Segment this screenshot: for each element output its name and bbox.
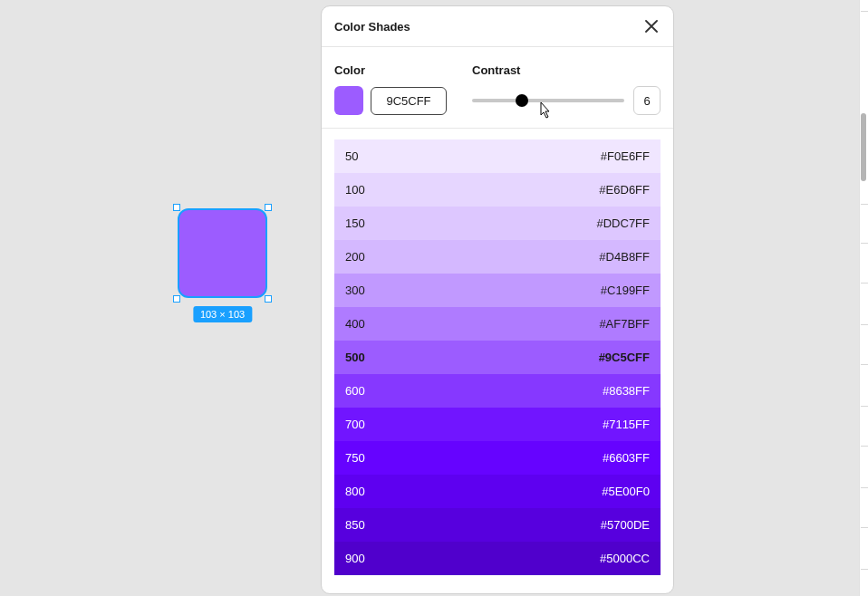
shade-level: 600 — [345, 384, 365, 398]
shade-row-150[interactable]: 150#DDC7FF — [334, 207, 661, 240]
color-swatch[interactable] — [334, 86, 363, 115]
shade-row-600[interactable]: 600#8638FF — [334, 374, 661, 408]
shade-row-200[interactable]: 200#D4B8FF — [334, 240, 661, 274]
rail-tick — [861, 364, 868, 365]
shade-level: 750 — [345, 451, 365, 465]
contrast-slider-thumb[interactable] — [516, 94, 528, 107]
close-icon — [645, 20, 658, 33]
shade-hex: #DDC7FF — [596, 216, 650, 230]
rail-tick — [861, 324, 868, 325]
shade-hex: #6603FF — [603, 451, 650, 465]
resize-handle-tr[interactable] — [265, 204, 272, 211]
contrast-label: Contrast — [472, 63, 661, 77]
color-shades-panel: Color Shades Color Contrast 6 50#F0E6FF1… — [321, 5, 674, 594]
shade-level: 50 — [345, 149, 358, 163]
hex-input[interactable] — [371, 87, 447, 115]
rail-tick — [861, 406, 868, 407]
shade-hex: #5E00F0 — [602, 485, 650, 498]
shade-level: 100 — [345, 183, 365, 197]
color-label: Color — [334, 63, 447, 77]
shade-row-300[interactable]: 300#C199FF — [334, 274, 661, 307]
dimension-badge: 103 × 103 — [193, 306, 252, 322]
rail-tick — [861, 527, 868, 528]
shade-level: 900 — [345, 552, 365, 565]
shade-hex: #5000CC — [600, 552, 650, 565]
panel-title: Color Shades — [334, 20, 410, 34]
shade-level: 300 — [345, 284, 365, 297]
contrast-slider[interactable] — [472, 99, 624, 102]
shade-row-100[interactable]: 100#E6D6FF — [334, 173, 661, 207]
resize-handle-tl[interactable] — [173, 204, 180, 211]
shade-row-50[interactable]: 50#F0E6FF — [334, 139, 661, 173]
rail-tick — [861, 446, 868, 447]
shade-row-700[interactable]: 700#7115FF — [334, 408, 661, 441]
shade-level: 800 — [345, 485, 365, 498]
shade-hex: #F0E6FF — [601, 149, 650, 163]
rail-tick — [861, 283, 868, 284]
contrast-row: 6 — [472, 86, 661, 115]
shade-row-750[interactable]: 750#6603FF — [334, 441, 661, 475]
scrollbar-thumb[interactable] — [861, 113, 866, 181]
rail-tick — [861, 569, 868, 570]
resize-handle-bl[interactable] — [173, 295, 180, 303]
shade-row-850[interactable]: 850#5700DE — [334, 508, 661, 542]
color-row — [334, 86, 447, 115]
shade-hex: #E6D6FF — [599, 183, 650, 197]
shade-row-800[interactable]: 800#5E00F0 — [334, 475, 661, 508]
color-control-group: Color — [334, 63, 447, 115]
shade-hex: #AF7BFF — [599, 317, 650, 331]
shade-level: 400 — [345, 317, 365, 331]
selected-shape[interactable]: 103 × 103 — [178, 208, 267, 298]
rail-tick — [861, 243, 868, 244]
shade-level: 200 — [345, 250, 365, 264]
shade-hex: #D4B8FF — [599, 250, 650, 264]
shade-hex: #7115FF — [603, 418, 650, 431]
contrast-control-group: Contrast 6 — [472, 63, 661, 115]
rail-tick — [861, 11, 868, 12]
shade-level: 700 — [345, 418, 365, 431]
shade-level: 150 — [345, 216, 365, 230]
shade-level: 500 — [345, 351, 365, 364]
shade-hex: #C199FF — [601, 284, 650, 297]
contrast-value[interactable]: 6 — [633, 86, 661, 115]
shade-hex: #5700DE — [601, 518, 650, 532]
shade-row-400[interactable]: 400#AF7BFF — [334, 307, 661, 341]
shade-level: 850 — [345, 518, 365, 532]
shade-hex: #8638FF — [603, 384, 650, 398]
shape-rect[interactable] — [178, 208, 267, 298]
rail-tick — [861, 487, 868, 488]
rail-tick — [861, 204, 868, 205]
shade-row-500[interactable]: 500#9C5CFF — [334, 341, 661, 374]
close-button[interactable] — [642, 17, 661, 35]
shade-hex: #9C5CFF — [599, 351, 650, 364]
shade-row-900[interactable]: 900#5000CC — [334, 542, 661, 575]
panel-controls: Color Contrast 6 — [322, 47, 673, 129]
shades-list[interactable]: 50#F0E6FF100#E6D6FF150#DDC7FF200#D4B8FF3… — [322, 129, 673, 593]
panel-header: Color Shades — [322, 6, 673, 47]
resize-handle-br[interactable] — [265, 295, 272, 303]
properties-rail — [859, 0, 868, 596]
